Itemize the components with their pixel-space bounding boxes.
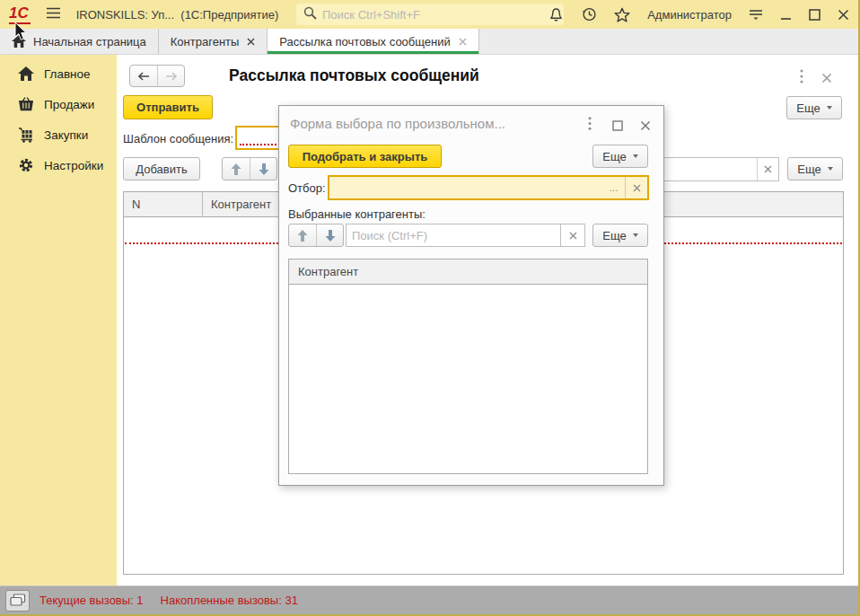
filter-input-value	[329, 177, 602, 198]
tab-counterparties[interactable]: Контрагенты	[159, 29, 268, 54]
dialog-clear-search-button[interactable]	[560, 224, 585, 247]
chevron-down-icon	[828, 167, 833, 171]
send-button[interactable]: Отправить	[123, 95, 213, 119]
1c-logo: 1С	[9, 5, 31, 24]
filter-label: Отбор:	[288, 181, 326, 195]
table-header: Контрагент	[289, 260, 647, 285]
history-icon[interactable]	[581, 6, 597, 22]
list-more-button[interactable]: Еще	[787, 157, 843, 180]
tab-close-icon[interactable]	[247, 38, 255, 46]
sidebar-item-label: Главное	[44, 67, 91, 81]
sidebar-item-purchases[interactable]: Закупки	[0, 123, 117, 146]
selection-form-dialog: Форма выбора по произвольном... Подобрат…	[278, 105, 664, 486]
notifications-bell-icon[interactable]	[548, 7, 564, 22]
hamburger-icon	[46, 6, 61, 22]
home-icon	[12, 35, 26, 48]
tab-home[interactable]: Начальная страница	[0, 29, 159, 54]
dialog-search-input[interactable]	[347, 224, 560, 246]
forward-button[interactable]	[157, 66, 184, 86]
history-nav-buttons	[129, 65, 185, 87]
move-up-button[interactable]	[289, 224, 316, 246]
favorites-star-icon[interactable]	[614, 7, 630, 22]
tab-label: Рассылка почтовых сообщений	[279, 35, 450, 48]
sidebar-item-label: Продажи	[44, 98, 94, 111]
dialog-close-icon[interactable]	[640, 119, 651, 135]
dialog-more-kebab-icon[interactable]	[588, 117, 592, 134]
close-button[interactable]	[838, 9, 849, 21]
title-bar: 1С IRONSKILLS: Уп... (1С:Предприятие) Ад…	[0, 0, 858, 29]
app-title: IRONSKILLS: Уп... (1С:Предприятие)	[76, 8, 279, 22]
server-calls-icon	[5, 590, 30, 612]
template-label: Шаблон сообщения:	[123, 132, 233, 145]
dialog-title: Форма выбора по произвольном...	[290, 116, 582, 131]
app-window: 1С IRONSKILLS: Уп... (1С:Предприятие) Ад…	[0, 0, 860, 616]
tab-label: Контрагенты	[171, 35, 240, 48]
filter-clear-icon[interactable]	[625, 177, 647, 198]
move-up-button[interactable]	[223, 158, 250, 180]
page-title: Рассылка почтовых сообщений	[229, 66, 479, 85]
add-button[interactable]: Добавить	[123, 157, 200, 180]
clear-search-icon[interactable]	[757, 158, 778, 180]
sidebar-item-label: Настройки	[44, 159, 103, 172]
main-menu-button[interactable]	[46, 6, 61, 22]
move-down-button[interactable]	[250, 158, 276, 180]
accumulated-calls-text: Накопленные вызовы: 31	[161, 594, 298, 607]
sidebar-item-main[interactable]: Главное	[0, 62, 117, 85]
dialog-list-more-button[interactable]: Еще	[592, 224, 648, 247]
dialog-maximize-icon[interactable]	[612, 119, 623, 135]
chevron-down-icon	[633, 154, 638, 158]
maximize-button[interactable]	[809, 9, 821, 21]
selected-counterparties-label: Выбранные контрагенты:	[288, 207, 426, 221]
filter-choose-button[interactable]: ...	[602, 177, 625, 198]
row-move-buttons	[222, 157, 277, 180]
dialog-row-move-buttons	[288, 224, 344, 247]
functions-menu-icon[interactable]	[749, 8, 763, 21]
tab-mailing[interactable]: Рассылка почтовых сообщений	[268, 29, 478, 54]
search-icon	[303, 6, 317, 23]
global-search-box[interactable]	[296, 4, 564, 25]
titlebar-actions: Администратор	[548, 0, 849, 29]
move-down-button[interactable]	[316, 224, 343, 246]
dialog-more-button[interactable]: Еще	[592, 145, 648, 168]
form-more-button[interactable]: Еще	[786, 96, 842, 119]
current-user[interactable]: Администратор	[647, 8, 732, 22]
cart-icon	[16, 128, 36, 143]
global-search-input[interactable]	[322, 8, 558, 22]
basket-icon	[16, 97, 36, 111]
current-calls-text: Текущие вызовы: 1	[39, 594, 144, 607]
sidebar-item-settings[interactable]: Настройки	[0, 154, 117, 177]
tab-label: Начальная страница	[33, 35, 146, 48]
back-button[interactable]	[130, 66, 157, 86]
chevron-down-icon	[827, 106, 832, 110]
minimize-button[interactable]	[780, 9, 792, 21]
sections-panel: Главное Продажи Закупки Настройки	[0, 55, 117, 587]
pick-and-close-button[interactable]: Подобрать и закрыть	[288, 145, 442, 168]
chevron-down-icon	[633, 233, 638, 237]
selected-counterparties-table: Контрагент	[288, 259, 648, 474]
form-more-kebab-icon[interactable]	[800, 69, 803, 87]
sidebar-item-sales[interactable]: Продажи	[0, 92, 117, 116]
sidebar-item-label: Закупки	[44, 128, 88, 142]
column-header-counterparty[interactable]: Контрагент	[289, 260, 647, 284]
tab-close-icon[interactable]	[459, 38, 467, 46]
form-close-icon[interactable]	[821, 71, 832, 87]
gear-icon	[16, 157, 36, 173]
filter-input[interactable]: ...	[328, 175, 649, 200]
home-icon	[16, 66, 36, 81]
status-bar: Текущие вызовы: 1 Накопленные вызовы: 31	[0, 585, 858, 614]
dialog-search-box[interactable]	[346, 224, 561, 247]
tab-bar: Начальная страница Контрагенты Рассылка …	[0, 29, 858, 55]
column-header-n[interactable]: N	[124, 192, 203, 216]
